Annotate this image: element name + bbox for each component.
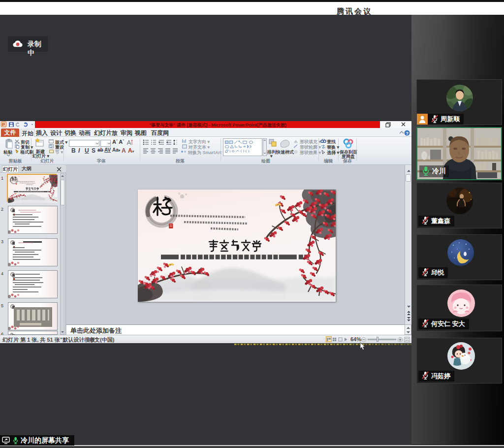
svg-text:P: P [2, 122, 5, 127]
svg-text:?: ? [406, 131, 409, 136]
